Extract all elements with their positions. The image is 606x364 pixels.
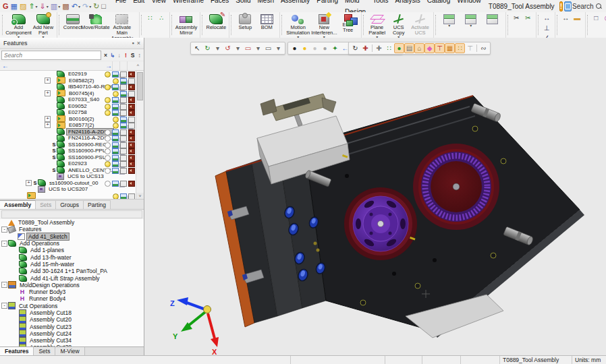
expander-icon[interactable]: - [1, 241, 7, 247]
expander-icon[interactable]: + [45, 90, 51, 96]
scroll-up-icon[interactable]: ^ [134, 63, 142, 68]
tree-item-assembly-cut34[interactable]: Assembly Cut34 [0, 337, 144, 344]
tree-item-ib540710-40-r000[interactable]: IB540710-40-R000 [0, 84, 144, 90]
tree-item-e02923[interactable]: E02923 [0, 160, 144, 167]
bulb-on-icon[interactable]: ● [300, 43, 310, 53]
move-rotate-button[interactable]: Move/Rotate [84, 13, 107, 30]
refresh-settings-icon[interactable]: ↻ [92, 1, 100, 11]
zoom-window-icon[interactable]: □ [591, 13, 601, 22]
tree-item-b00745-4[interactable]: +B00745(4) [0, 90, 144, 97]
pattern-linear-icon[interactable]: ∷ [145, 13, 155, 22]
connector-path-icon[interactable]: ∾ [478, 43, 489, 53]
tree-item-features[interactable]: -Features [0, 226, 144, 233]
open-folder-icon[interactable]: ▨ [19, 1, 27, 11]
face-edit-icon[interactable]: ▤ [404, 43, 414, 53]
plane-view-icon[interactable]: ⌂ [414, 43, 424, 53]
save-state-badge[interactable] [564, 1, 572, 11]
trim-icon[interactable]: ✂ [512, 13, 522, 22]
tree-item-ucs-to-ucs13[interactable]: UCS to UCS13 [0, 173, 144, 180]
bom-button[interactable]: BOM [256, 13, 277, 30]
refresh-icon[interactable]: ↻ [350, 43, 360, 53]
layers-icon[interactable] [128, 193, 135, 200]
tree-item-add-1-planes[interactable]: Add 1-planes [0, 247, 144, 253]
tree-item-ss160900-psup[interactable]: SSS160900-PSUP [0, 154, 144, 161]
nav-forward-icon[interactable]: → [105, 62, 112, 69]
expander-icon[interactable]: + [45, 122, 51, 128]
setup-button[interactable]: Setup [235, 13, 255, 30]
add-component-button[interactable]: Add Component▾ [6, 13, 31, 39]
connect-button[interactable]: Connect [63, 13, 83, 30]
tab-assembly[interactable]: Assembly [0, 200, 36, 209]
tree-item-fn24116-a-2ds[interactable]: FN24116-A-2DS... [0, 135, 144, 142]
activate-ucs-button[interactable]: Activate UCS [410, 13, 431, 36]
clear-search-icon[interactable]: × [103, 52, 109, 59]
mold-tool-model[interactable] [215, 94, 584, 338]
close-icon[interactable]: × [137, 40, 140, 47]
ruler-icon[interactable]: ▬ [572, 13, 582, 22]
tree-item-assembly-cut20[interactable]: Assembly Cut20 [0, 316, 144, 323]
eco-tree-button[interactable]: ECO Tree [338, 13, 358, 33]
dropdown-icon[interactable]: ▾ [273, 43, 283, 53]
view-extents-icon[interactable]: ▭ [263, 43, 273, 53]
tree-item-ss160900-cutout-00[interactable]: +Sss160900-cutout_00 [0, 180, 144, 187]
tree-item-add-30-1624-1-1-pantool-pa[interactable]: Add 30-1624 1+1 PanTool_PA [0, 268, 144, 274]
new-interferen-button[interactable]: New Interferen...▾ [312, 13, 337, 39]
dim-linear-icon[interactable]: ↔ [542, 13, 552, 22]
rotate-view-icon[interactable]: ↺ [223, 43, 233, 53]
view-standard-button[interactable]: ▾ [439, 13, 460, 28]
dropdown-icon[interactable]: ▾ [213, 43, 223, 53]
tab-parting[interactable]: Parting [84, 200, 111, 209]
zoom-window-icon[interactable]: ▭ [243, 43, 253, 53]
bottom-tab-sets[interactable]: Sets [34, 347, 55, 355]
tree-item-fn24116-a-2ds[interactable]: FN24116-A-2DS... [0, 129, 144, 135]
solids-filter-icon[interactable]: S [130, 52, 136, 59]
bulb-dark-icon[interactable]: ● [290, 43, 300, 53]
search-input[interactable] [1, 51, 101, 60]
dots-icon[interactable]: ∷ [455, 43, 465, 53]
tree-item-ss160900-ppu[interactable]: SSS160900-PPU [0, 148, 144, 154]
tree-item-assembly-cut38[interactable]: Assembly Cut38 [0, 344, 144, 346]
alert-filter-icon[interactable]: ! [123, 52, 129, 59]
expander-icon[interactable]: - [1, 303, 7, 309]
redo-icon[interactable]: ↷▾ [82, 1, 92, 11]
tree-scrollbar[interactable]: v [136, 71, 144, 199]
walk-through-icon[interactable]: ✦ [330, 43, 340, 53]
dropdown-icon[interactable]: ▾ [253, 43, 263, 53]
tree-item-molddesign-operations[interactable]: -MoldDesign Operations [0, 282, 144, 289]
display-mode-icon[interactable] [120, 193, 127, 200]
app-logo-icon[interactable]: G [2, 1, 9, 11]
pin-gray-icon[interactable]: ⊤ [465, 43, 475, 53]
expander-icon[interactable]: - [1, 282, 7, 288]
expander-icon[interactable]: + [26, 180, 32, 186]
sort-icon[interactable]: ↕ [136, 52, 142, 59]
bottom-tab-m-view[interactable]: M-View [55, 347, 84, 355]
grid-icon[interactable]: ▦ [445, 43, 455, 53]
capture-icon[interactable]: ▩ [61, 1, 70, 11]
import-icon[interactable]: ⇑▾ [28, 1, 38, 11]
views-layout-icon[interactable]: ▥▾ [50, 1, 61, 11]
tree-item-add-41-lift-strap-assembly[interactable]: Add 41-Lift Strap Assembly [0, 274, 144, 281]
plane-parallel-button[interactable]: Plane Parallel▾ [367, 13, 387, 39]
assembly-mirror-button[interactable]: Assembly Mirror [175, 13, 198, 36]
measure-icon[interactable]: ↔ [561, 13, 571, 22]
tab-groups[interactable]: Groups [56, 200, 84, 209]
tree-item[interactable] [0, 193, 144, 200]
tree-item-e02758[interactable]: E02758 [0, 109, 144, 116]
split-icon[interactable]: ✂ [523, 13, 533, 22]
bulb-on-icon[interactable] [113, 193, 119, 200]
tree-item-e08577-2[interactable]: +E08577(2) [0, 122, 144, 129]
nav-back-icon[interactable]: ← [2, 62, 9, 69]
lens-pair-icon[interactable]: ◎ [603, 13, 606, 22]
tree-item-add-operations[interactable]: -Add Operations [0, 240, 144, 247]
tree-item-ucs-to-ucs207[interactable]: UCS to UCS207 [0, 186, 144, 193]
tree-item-cut-operations[interactable]: -Cut Operations [0, 303, 144, 309]
snap-points-icon[interactable]: ∷ [384, 43, 394, 53]
tab-sets[interactable]: Sets [36, 200, 56, 209]
tree-item-add-15-mh-water[interactable]: Add 15-mh-water [0, 261, 144, 268]
pin-icon[interactable]: ✚ [360, 43, 370, 53]
dropdown-icon[interactable]: ▾ [233, 43, 243, 53]
new-window-icon[interactable]: □ [101, 1, 107, 11]
bulb-off-icon[interactable]: ● [310, 43, 320, 53]
undo-icon[interactable]: ↶▾ [71, 1, 81, 11]
dim-offset-icon[interactable]: ⊥ [542, 24, 552, 32]
